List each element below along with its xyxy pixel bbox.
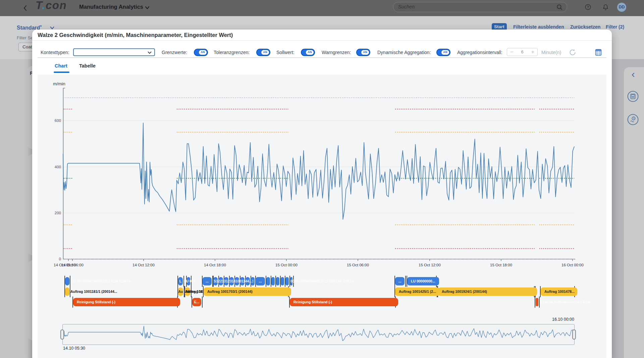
svg-text:200: 200 bbox=[55, 211, 61, 215]
svg-text:m/min: m/min bbox=[53, 81, 65, 86]
svg-text:400: 400 bbox=[55, 165, 61, 169]
svg-text:15 Oct 06:00: 15 Oct 06:00 bbox=[347, 263, 369, 267]
svg-text:15 Oct 00:00: 15 Oct 00:00 bbox=[275, 263, 298, 267]
svg-text:16 Oct 00:00: 16 Oct 00:00 bbox=[561, 263, 584, 267]
svg-text:14 Oct 06:00: 14 Oct 06:00 bbox=[61, 263, 84, 267]
svg-text:600: 600 bbox=[55, 119, 61, 123]
svg-text:15 Oct 18:00: 15 Oct 18:00 bbox=[490, 263, 512, 267]
svg-text:14 Oct 12:00: 14 Oct 12:00 bbox=[132, 263, 155, 267]
svg-text:0: 0 bbox=[59, 257, 61, 261]
svg-text:15 Oct 12:00: 15 Oct 12:00 bbox=[419, 263, 441, 267]
svg-text:14 Oct 18:00: 14 Oct 18:00 bbox=[204, 263, 226, 267]
